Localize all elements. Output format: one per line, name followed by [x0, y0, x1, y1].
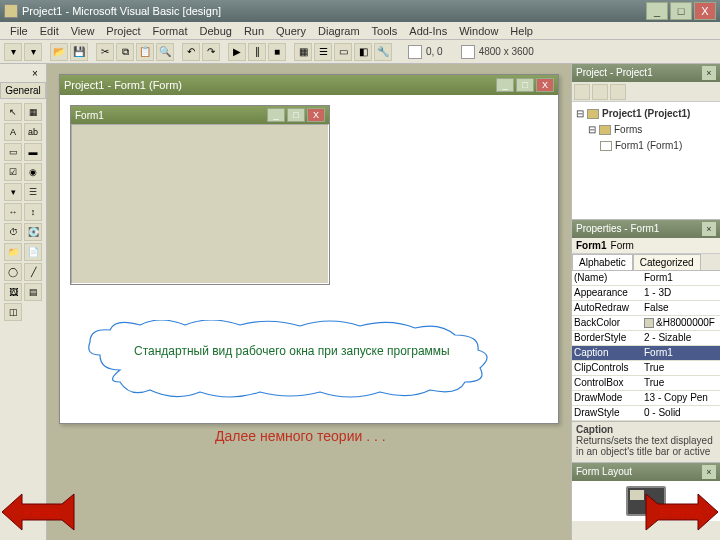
form-minimize-button[interactable]: _	[267, 108, 285, 122]
tool-save-icon[interactable]: 💾	[70, 43, 88, 61]
menu-edit[interactable]: Edit	[34, 25, 65, 37]
tab-categorized[interactable]: Categorized	[633, 254, 701, 270]
tool-label-icon[interactable]: A	[4, 123, 22, 141]
property-row[interactable]: Appearance1 - 3D	[572, 286, 720, 301]
view-object-icon[interactable]	[592, 84, 608, 100]
tool-redo-icon[interactable]: ↷	[202, 43, 220, 61]
svg-text:назад: назад	[24, 504, 59, 519]
form-maximize-button[interactable]: □	[287, 108, 305, 122]
menu-debug[interactable]: Debug	[193, 25, 237, 37]
project-panel-header: Project - Project1 ×	[572, 64, 720, 82]
tool-open-icon[interactable]: 📂	[50, 43, 68, 61]
toolbox-close-icon[interactable]: ×	[28, 66, 42, 80]
tool-cut-icon[interactable]: ✂	[96, 43, 114, 61]
tool-undo-icon[interactable]: ↶	[182, 43, 200, 61]
menu-window[interactable]: Window	[453, 25, 504, 37]
tool-break-icon[interactable]: ‖	[248, 43, 266, 61]
maximize-button[interactable]: □	[670, 2, 692, 20]
menu-format[interactable]: Format	[147, 25, 194, 37]
formlayout-panel-header: Form Layout ×	[572, 463, 720, 481]
form-design-surface[interactable]	[71, 124, 329, 284]
app-title: Project1 - Microsoft Visual Basic [desig…	[22, 5, 221, 17]
menu-view[interactable]: View	[65, 25, 101, 37]
nav-back-button[interactable]: назад	[2, 492, 78, 532]
form-preview[interactable]: Form1 _ □ X	[70, 105, 330, 285]
form-close-button[interactable]: X	[307, 108, 325, 122]
tool-dirlist-icon[interactable]: 📁	[4, 243, 22, 261]
tool-image-icon[interactable]: 🖼	[4, 283, 22, 301]
property-row[interactable]: ClipControlsTrue	[572, 361, 720, 376]
designer-maximize-button[interactable]: □	[516, 78, 534, 92]
menu-file[interactable]: File	[4, 25, 34, 37]
tool-drivelist-icon[interactable]: 💽	[24, 223, 42, 241]
property-row[interactable]: AutoRedrawFalse	[572, 301, 720, 316]
menu-addins[interactable]: Add-Ins	[403, 25, 453, 37]
tool-textbox-icon[interactable]: ab	[24, 123, 42, 141]
minimize-button[interactable]: _	[646, 2, 668, 20]
property-row[interactable]: DrawStyle0 - Solid	[572, 406, 720, 421]
menu-diagram[interactable]: Diagram	[312, 25, 366, 37]
tab-alphabetic[interactable]: Alphabetic	[572, 254, 633, 270]
tool-combobox-icon[interactable]: ▾	[4, 183, 22, 201]
vb-icon	[4, 4, 18, 18]
designer-minimize-button[interactable]: _	[496, 78, 514, 92]
tree-forms-folder[interactable]: ⊟ Forms	[576, 122, 716, 138]
tool-hscroll-icon[interactable]: ↔	[4, 203, 22, 221]
nav-forward-button[interactable]: вперед	[642, 492, 718, 532]
properties-close-icon[interactable]: ×	[702, 222, 716, 236]
toolbox-tab-general[interactable]: General	[0, 82, 46, 99]
tool-option-icon[interactable]: ◉	[24, 163, 42, 181]
app-titlebar: Project1 - Microsoft Visual Basic [desig…	[0, 0, 720, 22]
tool-formlayout-icon[interactable]: ▭	[334, 43, 352, 61]
object-selector[interactable]: Form1 Form	[572, 238, 720, 254]
menu-project[interactable]: Project	[100, 25, 146, 37]
tree-project-root[interactable]: ⊟ Project1 (Project1)	[576, 106, 716, 122]
designer-close-button[interactable]: X	[536, 78, 554, 92]
tool-data-icon[interactable]: ▤	[24, 283, 42, 301]
property-grid[interactable]: (Name)Form1Appearance1 - 3DAutoRedrawFal…	[572, 271, 720, 421]
tool-frame-icon[interactable]: ▭	[4, 143, 22, 161]
property-row[interactable]: (Name)Form1	[572, 271, 720, 286]
tool-pointer-icon[interactable]: ↖	[4, 103, 22, 121]
tool-listbox-icon[interactable]: ☰	[24, 183, 42, 201]
tree-form-item[interactable]: Form1 (Form1)	[576, 138, 716, 154]
property-row[interactable]: DrawMode13 - Copy Pen	[572, 391, 720, 406]
tool-vscroll-icon[interactable]: ↕	[24, 203, 42, 221]
tool-find-icon[interactable]: 🔍	[156, 43, 174, 61]
tool-run-icon[interactable]: ▶	[228, 43, 246, 61]
svg-text:вперед: вперед	[660, 504, 703, 519]
tool-timer-icon[interactable]: ⏱	[4, 223, 22, 241]
property-row[interactable]: BorderStyle2 - Sizable	[572, 331, 720, 346]
property-row[interactable]: ControlBoxTrue	[572, 376, 720, 391]
tool-shape-icon[interactable]: ◯	[4, 263, 22, 281]
view-code-icon[interactable]	[574, 84, 590, 100]
property-row[interactable]: BackColor&H8000000F	[572, 316, 720, 331]
tool-ole-icon[interactable]: ◫	[4, 303, 22, 321]
project-close-icon[interactable]: ×	[702, 66, 716, 80]
toggle-folders-icon[interactable]	[610, 84, 626, 100]
properties-window: Form1 Form Alphabetic Categorized (Name)…	[572, 238, 720, 422]
tool-toolbox-icon[interactable]: 🔧	[374, 43, 392, 61]
tool-copy-icon[interactable]: ⧉	[116, 43, 134, 61]
tool-project-explorer-icon[interactable]: ▦	[294, 43, 312, 61]
tool-newproject-icon[interactable]: ▾	[4, 43, 22, 61]
property-row[interactable]: CaptionForm1	[572, 346, 720, 361]
menu-tools[interactable]: Tools	[366, 25, 404, 37]
formlayout-close-icon[interactable]: ×	[702, 465, 716, 479]
tool-picturebox-icon[interactable]: ▦	[24, 103, 42, 121]
tool-button-icon[interactable]: ▬	[24, 143, 42, 161]
tool-line-icon[interactable]: ╱	[24, 263, 42, 281]
tool-filelist-icon[interactable]: 📄	[24, 243, 42, 261]
close-button[interactable]: X	[694, 2, 716, 20]
project-explorer: ⊟ Project1 (Project1) ⊟ Forms Form1 (For…	[572, 82, 720, 220]
tool-checkbox-icon[interactable]: ☑	[4, 163, 22, 181]
tool-objectbrowser-icon[interactable]: ◧	[354, 43, 372, 61]
tool-stop-icon[interactable]: ■	[268, 43, 286, 61]
menu-query[interactable]: Query	[270, 25, 312, 37]
menu-run[interactable]: Run	[238, 25, 270, 37]
right-panels: Project - Project1 × ⊟ Project1 (Project…	[571, 64, 720, 540]
menu-help[interactable]: Help	[504, 25, 539, 37]
tool-addform-icon[interactable]: ▾	[24, 43, 42, 61]
tool-properties-icon[interactable]: ☰	[314, 43, 332, 61]
tool-paste-icon[interactable]: 📋	[136, 43, 154, 61]
